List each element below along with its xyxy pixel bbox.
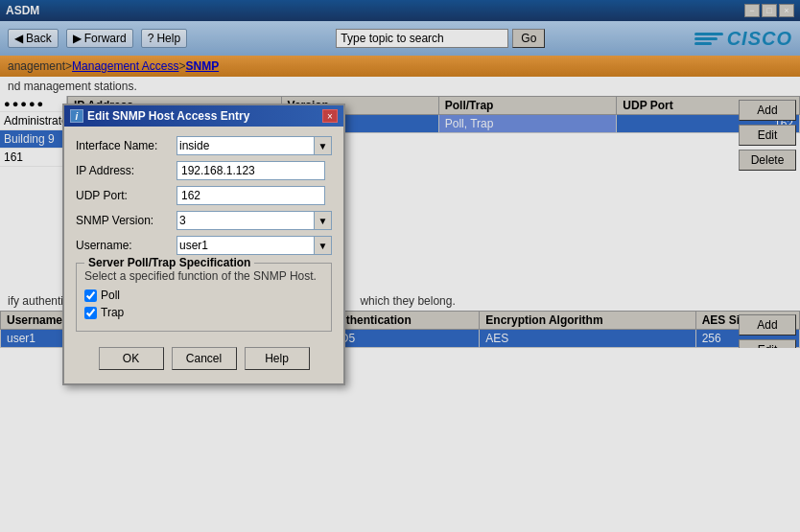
username-label: Username: xyxy=(76,239,176,252)
cancel-button[interactable]: Cancel xyxy=(172,347,237,370)
interface-name-select[interactable]: inside xyxy=(176,136,315,155)
snmp-version-row: SNMP Version: 3 1 2c ▼ xyxy=(76,211,332,230)
group-box-title: Server Poll/Trap Specification xyxy=(84,256,254,269)
interface-name-row: Interface Name: inside ▼ xyxy=(76,136,332,155)
dialog-overlay: i Edit SNMP Host Access Entry × Interfac… xyxy=(0,0,800,532)
udp-port-input[interactable] xyxy=(176,186,325,205)
username-dropdown-arrow[interactable]: ▼ xyxy=(315,236,332,255)
username-control: user1 ▼ xyxy=(176,236,332,255)
poll-label: Poll xyxy=(101,289,120,302)
udp-port-label: UDP Port: xyxy=(76,189,176,202)
ip-address-input[interactable] xyxy=(176,161,325,180)
edit-snmp-dialog: i Edit SNMP Host Access Entry × Interfac… xyxy=(62,104,345,385)
dialog-help-button[interactable]: Help xyxy=(245,347,310,370)
poll-checkbox[interactable] xyxy=(84,289,97,302)
server-poll-trap-group: Server Poll/Trap Specification Select a … xyxy=(76,263,332,332)
poll-checkbox-row: Poll xyxy=(84,289,323,302)
dialog-body: Interface Name: inside ▼ IP Address: UDP… xyxy=(64,127,343,383)
dialog-titlebar: i Edit SNMP Host Access Entry × xyxy=(64,105,343,127)
dialog-close-button[interactable]: × xyxy=(322,109,338,123)
trap-checkbox-row: Trap xyxy=(84,306,323,319)
username-select[interactable]: user1 xyxy=(176,236,315,255)
dialog-icon: i xyxy=(70,109,83,123)
ok-button[interactable]: OK xyxy=(99,347,164,370)
ip-address-row: IP Address: xyxy=(76,161,332,180)
interface-name-dropdown-arrow[interactable]: ▼ xyxy=(315,136,332,155)
dialog-title-left: i Edit SNMP Host Access Entry xyxy=(70,109,249,123)
trap-label: Trap xyxy=(101,306,124,319)
dialog-title-text: Edit SNMP Host Access Entry xyxy=(87,109,249,123)
interface-name-label: Interface Name: xyxy=(76,139,176,152)
udp-port-row: UDP Port: xyxy=(76,186,332,205)
snmp-version-control: 3 1 2c ▼ xyxy=(176,211,332,230)
trap-checkbox[interactable] xyxy=(84,307,97,319)
group-desc: Select a specified function of the SNMP … xyxy=(84,269,323,283)
dialog-buttons: OK Cancel Help xyxy=(76,339,332,374)
dialog-icon-text: i xyxy=(76,111,79,122)
username-row: Username: user1 ▼ xyxy=(76,236,332,255)
snmp-version-dropdown-arrow[interactable]: ▼ xyxy=(315,211,332,230)
snmp-version-label: SNMP Version: xyxy=(76,214,176,227)
snmp-version-select[interactable]: 3 1 2c xyxy=(176,211,315,230)
ip-address-label: IP Address: xyxy=(76,164,176,177)
interface-name-control: inside ▼ xyxy=(176,136,332,155)
